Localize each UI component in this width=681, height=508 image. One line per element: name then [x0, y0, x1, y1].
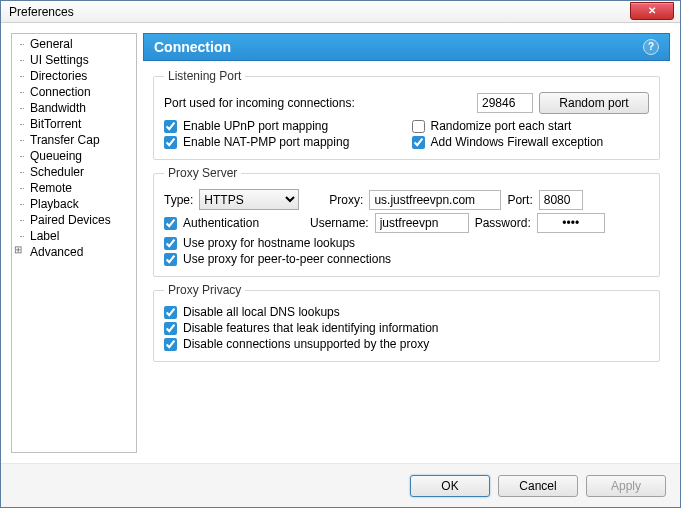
sidebar-item-advanced[interactable]: Advanced [12, 244, 136, 260]
sidebar-item-bittorrent[interactable]: BitTorrent [12, 116, 136, 132]
panel-title: Connection [154, 39, 231, 55]
sidebar: General UI Settings Directories Connecti… [11, 33, 137, 453]
sidebar-item-paired-devices[interactable]: Paired Devices [12, 212, 136, 228]
sidebar-item-ui-settings[interactable]: UI Settings [12, 52, 136, 68]
password-input[interactable] [537, 213, 605, 233]
port-label: Port used for incoming connections: [164, 96, 355, 110]
upnp-label: Enable UPnP port mapping [183, 119, 328, 133]
privacy-leak-checkbox[interactable] [164, 322, 177, 335]
sidebar-item-transfer-cap[interactable]: Transfer Cap [12, 132, 136, 148]
proxy-port-label: Port: [507, 193, 532, 207]
proxy-server-group: Proxy Server Type: HTTPS Proxy: Port: Au… [153, 166, 660, 277]
proxy-host-label: Proxy: [329, 193, 363, 207]
proxy-hostname-checkbox[interactable] [164, 237, 177, 250]
listening-legend: Listening Port [164, 69, 245, 83]
privacy-dns-label: Disable all local DNS lookups [183, 305, 340, 319]
privacy-leak-label: Disable features that leak identifying i… [183, 321, 438, 335]
privacy-unsupported-label: Disable connections unsupported by the p… [183, 337, 429, 351]
proxy-type-select[interactable]: HTTPS [199, 189, 299, 210]
help-icon[interactable]: ? [643, 39, 659, 55]
sidebar-item-bandwidth[interactable]: Bandwidth [12, 100, 136, 116]
upnp-checkbox[interactable] [164, 120, 177, 133]
dialog-footer: OK Cancel Apply [1, 463, 680, 507]
random-port-button[interactable]: Random port [539, 92, 649, 114]
window-title: Preferences [9, 5, 74, 19]
titlebar: Preferences ✕ [1, 1, 680, 23]
privacy-dns-checkbox[interactable] [164, 306, 177, 319]
proxy-privacy-group: Proxy Privacy Disable all local DNS look… [153, 283, 660, 362]
proxy-legend: Proxy Server [164, 166, 241, 180]
password-label: Password: [475, 216, 531, 230]
natpmp-checkbox[interactable] [164, 136, 177, 149]
auth-checkbox[interactable] [164, 217, 177, 230]
firewall-label: Add Windows Firewall exception [431, 135, 604, 149]
proxy-host-input[interactable] [369, 190, 501, 210]
privacy-unsupported-checkbox[interactable] [164, 338, 177, 351]
sidebar-item-general[interactable]: General [12, 36, 136, 52]
natpmp-label: Enable NAT-PMP port mapping [183, 135, 349, 149]
ok-button[interactable]: OK [410, 475, 490, 497]
listening-port-group: Listening Port Port used for incoming co… [153, 69, 660, 160]
apply-button[interactable]: Apply [586, 475, 666, 497]
proxy-p2p-checkbox[interactable] [164, 253, 177, 266]
auth-label: Authentication [183, 216, 259, 230]
cancel-button[interactable]: Cancel [498, 475, 578, 497]
panel-body: Listening Port Port used for incoming co… [143, 61, 670, 453]
preferences-window: Preferences ✕ General UI Settings Direct… [0, 0, 681, 508]
proxy-type-label: Type: [164, 193, 193, 207]
port-input[interactable] [477, 93, 533, 113]
randomize-checkbox[interactable] [412, 120, 425, 133]
proxy-port-input[interactable] [539, 190, 583, 210]
sidebar-item-queueing[interactable]: Queueing [12, 148, 136, 164]
username-input[interactable] [375, 213, 469, 233]
close-button[interactable]: ✕ [630, 2, 674, 20]
randomize-label: Randomize port each start [431, 119, 572, 133]
proxy-p2p-label: Use proxy for peer-to-peer connections [183, 252, 391, 266]
username-label: Username: [310, 216, 369, 230]
proxy-hostname-label: Use proxy for hostname lookups [183, 236, 355, 250]
panel-header: Connection ? [143, 33, 670, 61]
main-panel: Connection ? Listening Port Port used fo… [143, 33, 670, 453]
sidebar-item-remote[interactable]: Remote [12, 180, 136, 196]
privacy-legend: Proxy Privacy [164, 283, 245, 297]
sidebar-item-connection[interactable]: Connection [12, 84, 136, 100]
sidebar-item-label[interactable]: Label [12, 228, 136, 244]
sidebar-item-playback[interactable]: Playback [12, 196, 136, 212]
firewall-checkbox[interactable] [412, 136, 425, 149]
content-area: General UI Settings Directories Connecti… [1, 23, 680, 463]
sidebar-item-scheduler[interactable]: Scheduler [12, 164, 136, 180]
sidebar-item-directories[interactable]: Directories [12, 68, 136, 84]
